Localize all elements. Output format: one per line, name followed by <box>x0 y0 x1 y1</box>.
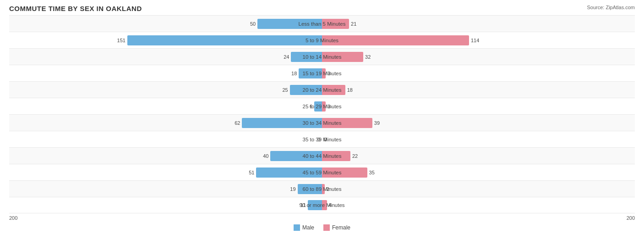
bar-row: 18 15 to 19 Minutes 3 <box>9 65 635 81</box>
male-value: 25 <box>282 87 288 93</box>
axis-row: 200 200 <box>9 213 635 223</box>
bar-row: 40 40 to 44 Minutes 22 <box>9 147 635 164</box>
legend-female: Female <box>323 224 350 231</box>
source-label: Source: ZipAtlas.com <box>587 5 635 10</box>
female-swatch <box>323 224 330 231</box>
female-value: 35 <box>369 170 375 175</box>
center-label: 45 to 59 Minutes <box>302 170 341 175</box>
female-label: Female <box>332 224 350 231</box>
female-container: 114 <box>322 35 479 45</box>
female-value: 21 <box>351 21 356 27</box>
legend-male: Male <box>294 224 314 231</box>
chart-title: COMMUTE TIME BY SEX IN OAKLAND <box>9 5 142 12</box>
male-value: 151 <box>117 38 126 43</box>
center-label: 15 to 19 Minutes <box>302 71 341 76</box>
female-value: 22 <box>352 153 358 159</box>
legend: Male Female <box>9 224 635 231</box>
center-label: 20 to 24 Minutes <box>302 87 341 93</box>
bar-row: 62 30 to 34 Minutes 39 <box>9 114 635 131</box>
male-value: 51 <box>249 170 254 175</box>
center-label: Less than 5 Minutes <box>299 21 346 27</box>
male-bar <box>127 35 322 45</box>
male-value: 62 <box>235 120 240 126</box>
male-value: 24 <box>284 54 289 60</box>
male-container: 151 <box>117 35 322 45</box>
axis-left: 200 <box>9 215 17 221</box>
male-value: 40 <box>263 153 268 159</box>
male-swatch <box>294 224 300 231</box>
bar-row: 0 35 to 39 Minutes 0 <box>9 131 635 147</box>
bar-row: 24 10 to 14 Minutes 32 <box>9 48 635 65</box>
male-value: 19 <box>290 186 295 192</box>
female-value: 39 <box>374 120 380 126</box>
center-label: 40 to 44 Minutes <box>302 153 341 159</box>
center-label: 60 to 89 Minutes <box>302 186 341 192</box>
female-value: 18 <box>347 87 353 93</box>
bar-row: 11 90 or more Minutes 4 <box>9 197 635 213</box>
bar-row: 51 45 to 59 Minutes 35 <box>9 164 635 180</box>
center-label: 5 to 9 Minutes <box>306 38 338 43</box>
center-label: 30 to 34 Minutes <box>302 120 341 126</box>
bar-row: 25 20 to 24 Minutes 18 <box>9 81 635 98</box>
male-label: Male <box>302 224 314 231</box>
male-value: 50 <box>250 21 256 27</box>
chart-area: 50 Less than 5 Minutes 21 151 5 to 9 Min… <box>9 15 635 213</box>
bar-row: 6 25 to 29 Minutes 3 <box>9 98 635 114</box>
center-label: 35 to 39 Minutes <box>302 137 341 142</box>
male-value: 18 <box>291 71 297 76</box>
bar-row: 50 Less than 5 Minutes 21 <box>9 15 635 32</box>
axis-right: 200 <box>627 215 635 221</box>
bar-row: 19 60 to 89 Minutes 2 <box>9 180 635 197</box>
female-value: 32 <box>365 54 371 60</box>
female-bar <box>322 35 469 45</box>
center-label: 10 to 14 Minutes <box>302 54 341 60</box>
center-label: 25 to 29 Minutes <box>302 104 341 109</box>
center-label: 90 or more Minutes <box>299 202 344 208</box>
bar-row: 151 5 to 9 Minutes 114 <box>9 32 635 48</box>
female-value: 114 <box>471 38 479 43</box>
